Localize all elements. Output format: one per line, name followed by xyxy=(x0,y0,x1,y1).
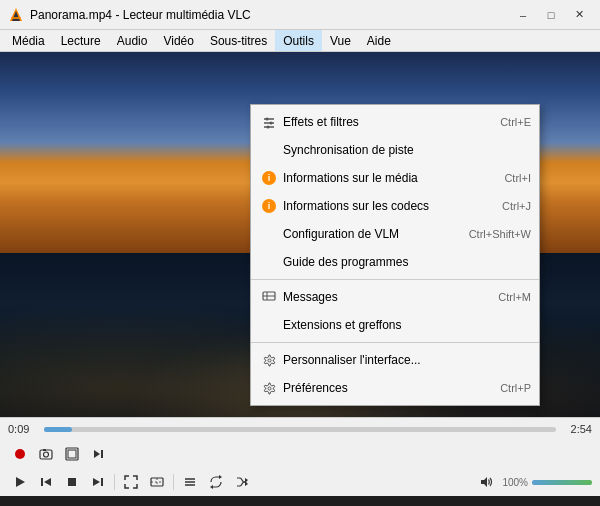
fullscreen-button[interactable] xyxy=(119,471,143,493)
menu-media[interactable]: Média xyxy=(4,30,53,51)
svg-marker-38 xyxy=(481,477,487,487)
info-media-label: Informations sur le média xyxy=(283,171,504,185)
next-button[interactable] xyxy=(86,471,110,493)
close-button[interactable]: ✕ xyxy=(566,5,592,25)
random-icon xyxy=(235,475,249,489)
menu-item-perso[interactable]: Personnaliser l'interface... xyxy=(251,346,539,374)
extensions-icon xyxy=(259,315,279,335)
menu-vue[interactable]: Vue xyxy=(322,30,359,51)
loop-button[interactable] xyxy=(204,471,228,493)
sliders-icon xyxy=(259,112,279,132)
svg-rect-21 xyxy=(101,450,103,458)
prev-icon xyxy=(39,475,53,489)
svg-marker-24 xyxy=(44,478,51,486)
random-button[interactable] xyxy=(230,471,254,493)
messages-label: Messages xyxy=(283,290,498,304)
menu-item-prefs[interactable]: Préférences Ctrl+P xyxy=(251,374,539,402)
info-codecs-label: Informations sur les codecs xyxy=(283,199,502,213)
menu-lecture[interactable]: Lecture xyxy=(53,30,109,51)
prev-button[interactable] xyxy=(34,471,58,493)
bottom-controls-bar: 0:09 2:54 xyxy=(0,417,600,496)
svg-point-16 xyxy=(44,452,49,457)
controls-separator-2 xyxy=(173,474,174,490)
svg-rect-23 xyxy=(41,478,43,486)
title-bar-left: Panorama.mp4 - Lecteur multimédia VLC xyxy=(8,7,251,23)
volume-icon-button[interactable] xyxy=(474,471,498,493)
orange-info-circle-2: i xyxy=(262,199,276,213)
progress-fill xyxy=(44,427,72,432)
menu-item-info-media[interactable]: i Informations sur le média Ctrl+I xyxy=(251,164,539,192)
progress-track[interactable] xyxy=(44,427,556,432)
menu-item-effets[interactable]: Effets et filtres Ctrl+E xyxy=(251,108,539,136)
sync-icon xyxy=(259,140,279,160)
menu-video[interactable]: Vidéo xyxy=(155,30,201,51)
menu-bar: Média Lecture Audio Vidéo Sous-titres Ou… xyxy=(0,30,600,52)
vlc-icon xyxy=(8,7,24,23)
separator-2 xyxy=(251,342,539,343)
frame-next-icon xyxy=(91,447,105,461)
svg-point-13 xyxy=(268,387,271,390)
window-title: Panorama.mp4 - Lecteur multimédia VLC xyxy=(30,8,251,22)
menu-audio[interactable]: Audio xyxy=(109,30,156,51)
svg-point-4 xyxy=(266,118,269,121)
vlm-label: Configuration de VLM xyxy=(283,227,469,241)
messages-icon xyxy=(259,287,279,307)
perso-icon xyxy=(259,350,279,370)
title-bar: Panorama.mp4 - Lecteur multimédia VLC – … xyxy=(0,0,600,30)
vlm-shortcut: Ctrl+Shift+W xyxy=(469,228,531,240)
snapshot-button[interactable] xyxy=(34,443,58,465)
speaker-icon xyxy=(479,475,493,489)
menu-outils[interactable]: Outils xyxy=(275,30,322,51)
playlist-icon xyxy=(183,475,197,489)
info-media-shortcut: Ctrl+I xyxy=(504,172,531,184)
svg-rect-27 xyxy=(101,478,103,486)
menu-item-vlm[interactable]: Configuration de VLM Ctrl+Shift+W xyxy=(251,220,539,248)
svg-rect-19 xyxy=(68,450,76,458)
extended-view-button[interactable] xyxy=(60,443,84,465)
volume-percentage: 100% xyxy=(502,477,528,488)
menu-item-extensions[interactable]: Extensions et greffons xyxy=(251,311,539,339)
aspect-ratio-icon xyxy=(150,475,164,489)
volume-bar[interactable] xyxy=(532,480,592,485)
play-icon xyxy=(13,475,27,489)
controls-row1 xyxy=(0,440,600,468)
menu-sous-titres[interactable]: Sous-titres xyxy=(202,30,275,51)
volume-fill xyxy=(532,480,592,485)
aspect-ratio-button[interactable] xyxy=(145,471,169,493)
menu-item-messages[interactable]: Messages Ctrl+M xyxy=(251,283,539,311)
prefs-shortcut: Ctrl+P xyxy=(500,382,531,394)
messages-shortcut: Ctrl+M xyxy=(498,291,531,303)
maximize-button[interactable]: □ xyxy=(538,5,564,25)
menu-aide[interactable]: Aide xyxy=(359,30,399,51)
svg-marker-22 xyxy=(16,477,25,487)
outils-dropdown-menu: Effets et filtres Ctrl+E Synchronisation… xyxy=(250,104,540,406)
separator-1 xyxy=(251,279,539,280)
play-button[interactable] xyxy=(8,471,32,493)
stop-button[interactable] xyxy=(60,471,84,493)
svg-rect-17 xyxy=(43,449,46,451)
controls-row2: 100% xyxy=(0,468,600,496)
info-codecs-shortcut: Ctrl+J xyxy=(502,200,531,212)
menu-item-sync[interactable]: Synchronisation de piste xyxy=(251,136,539,164)
menu-item-info-codecs[interactable]: i Informations sur les codecs Ctrl+J xyxy=(251,192,539,220)
stop-icon xyxy=(65,475,79,489)
svg-point-6 xyxy=(270,122,273,125)
effets-label: Effets et filtres xyxy=(283,115,500,129)
progress-area: 0:09 2:54 xyxy=(0,418,600,440)
info-codecs-icon: i xyxy=(259,196,279,216)
video-area[interactable]: Effets et filtres Ctrl+E Synchronisation… xyxy=(0,52,600,417)
extensions-label: Extensions et greffons xyxy=(283,318,531,332)
menu-item-guide[interactable]: Guide des programmes xyxy=(251,248,539,276)
svg-point-8 xyxy=(267,126,270,129)
playlist-button[interactable] xyxy=(178,471,202,493)
frame-next-button[interactable] xyxy=(86,443,110,465)
controls-separator-1 xyxy=(114,474,115,490)
sync-label: Synchronisation de piste xyxy=(283,143,531,157)
next-icon xyxy=(91,475,105,489)
minimize-button[interactable]: – xyxy=(510,5,536,25)
info-media-icon: i xyxy=(259,168,279,188)
perso-label: Personnaliser l'interface... xyxy=(283,353,531,367)
record-button[interactable] xyxy=(8,443,32,465)
svg-marker-34 xyxy=(219,475,222,479)
svg-rect-2 xyxy=(11,17,21,19)
